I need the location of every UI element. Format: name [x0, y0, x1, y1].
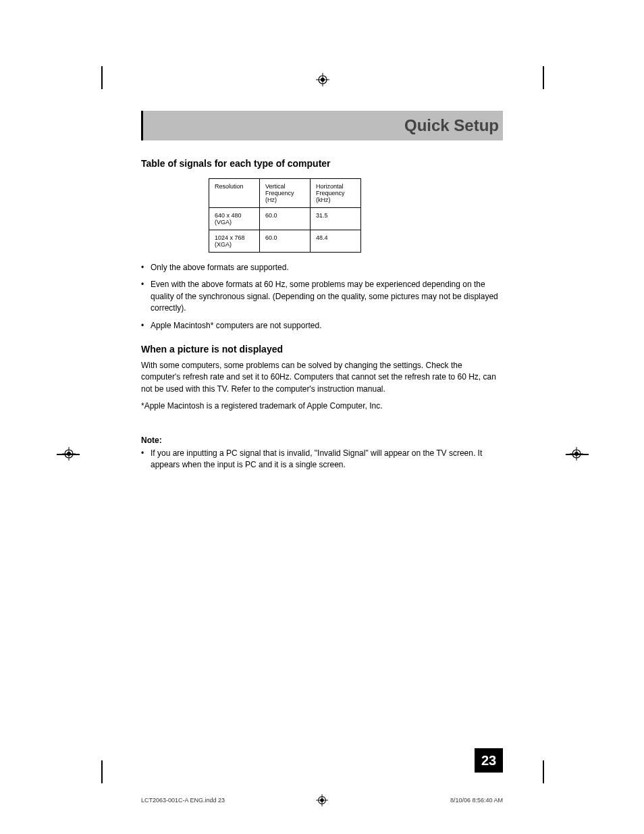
cell: 31.5: [311, 208, 361, 230]
registration-mark-icon: [316, 794, 328, 808]
list-item: If you are inputting a PC signal that is…: [141, 448, 503, 471]
list-item: Even with the above formats at 60 Hz, so…: [141, 279, 503, 314]
document-page: Quick Setup Table of signals for each ty…: [0, 0, 644, 834]
paragraph-trademark: *Apple Macintosh is a registered tradema…: [141, 400, 503, 412]
registration-mark-icon: [570, 447, 583, 461]
heading-signals-table: Table of signals for each type of comput…: [141, 158, 503, 169]
page-content: Quick Setup Table of signals for each ty…: [141, 111, 503, 476]
cell: 1024 x 768 (XGA): [209, 230, 260, 253]
note-bullet-list: If you are inputting a PC signal that is…: [141, 448, 503, 471]
cell: 60.0: [260, 230, 311, 253]
col-hfreq: Horizontal Frequency (kHz): [311, 179, 361, 208]
registration-mark-icon: [62, 447, 76, 461]
heading-not-displayed: When a picture is not displayed: [141, 344, 503, 355]
crop-mark: [543, 760, 544, 783]
cell: 640 x 480 (VGA): [209, 208, 260, 230]
crop-mark: [101, 760, 103, 783]
table-row: 1024 x 768 (XGA) 60.0 48.4: [209, 230, 361, 253]
crop-mark: [543, 66, 544, 89]
note-label: Note:: [141, 436, 503, 445]
list-item: Only the above formats are supported.: [141, 262, 503, 273]
col-vfreq: Vertical Frequency (Hz): [260, 179, 311, 208]
banner-title: Quick Setup: [404, 116, 499, 135]
registration-mark-icon: [316, 73, 329, 86]
footer: LCT2063-001C-A ENG.indd 23 8/10/06 8:56:…: [141, 797, 503, 804]
bullet-list: Only the above formats are supported. Ev…: [141, 262, 503, 332]
cell: 60.0: [260, 208, 311, 230]
footer-timestamp: 8/10/06 8:56:40 AM: [450, 797, 503, 804]
page-number: 23: [475, 748, 503, 773]
paragraph: With some computers, some problems can b…: [141, 360, 503, 395]
table-header-row: Resolution Vertical Frequency (Hz) Horiz…: [209, 179, 361, 208]
col-resolution: Resolution: [209, 179, 260, 208]
crop-mark: [101, 66, 103, 89]
cell: 48.4: [311, 230, 361, 253]
section-banner: Quick Setup: [141, 111, 503, 140]
list-item: Apple Macintosh* computers are not suppo…: [141, 320, 503, 332]
signals-table: Resolution Vertical Frequency (Hz) Horiz…: [209, 178, 361, 253]
table-row: 640 x 480 (VGA) 60.0 31.5: [209, 208, 361, 230]
footer-file: LCT2063-001C-A ENG.indd 23: [141, 797, 225, 804]
